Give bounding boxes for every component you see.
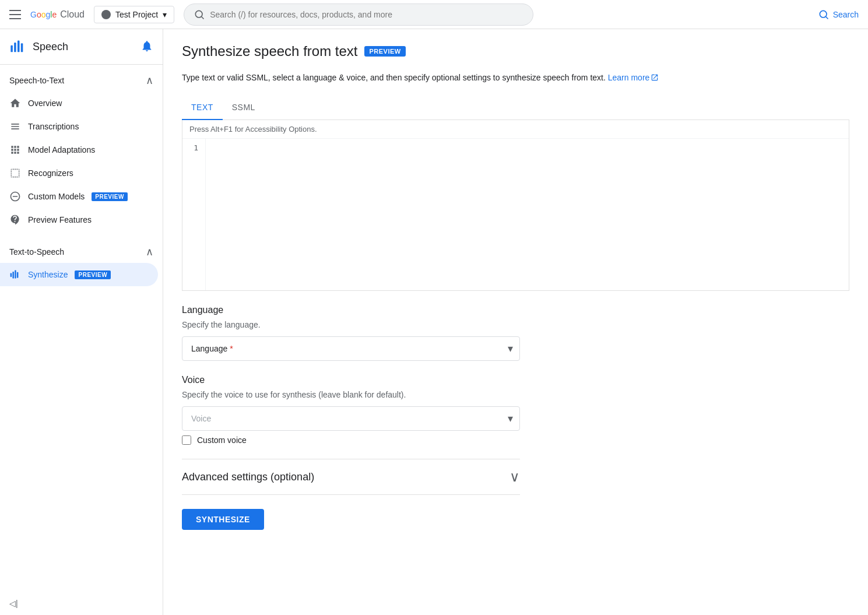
svg-rect-11 [17, 272, 19, 278]
model-adaptations-label: Model Adaptations [28, 145, 95, 154]
tab-text[interactable]: TEXT [182, 96, 223, 120]
sidebar-item-preview-features[interactable]: Preview Features [0, 208, 158, 231]
editor-accessibility-hint: Press Alt+F1 for Accessibility Options. [182, 120, 849, 139]
speech-app-icon [9, 38, 26, 55]
external-link-icon [651, 73, 659, 82]
logo-e: e [52, 10, 57, 19]
text-to-speech-label: Text-to-Speech [9, 247, 64, 256]
svg-point-2 [820, 10, 827, 17]
advanced-settings-title: Advanced settings (optional) [182, 471, 314, 483]
tab-ssml[interactable]: SSML [223, 96, 265, 120]
svg-rect-5 [14, 43, 16, 52]
line-number-1: 1 [189, 143, 198, 152]
top-navigation: Google Cloud Test Project ▾ Search [0, 0, 868, 29]
logo-o1: o [37, 10, 41, 19]
synthesize-label: Synthesize [28, 270, 68, 279]
recognizers-label: Recognizers [28, 168, 73, 178]
advanced-expand-icon: ∨ [509, 469, 520, 485]
speech-to-text-header[interactable]: Speech-to-Text ∧ [0, 69, 163, 92]
synthesize-button[interactable]: SYNTHESIZE [182, 509, 264, 530]
text-to-speech-header[interactable]: Text-to-Speech ∧ [0, 241, 163, 263]
sidebar-item-model-adaptations[interactable]: Model Adaptations [0, 138, 158, 161]
main-layout: Speech Speech-to-Text ∧ Overview Transcr… [0, 29, 868, 615]
language-desc: Specify the language. [182, 320, 520, 329]
voice-desc: Specify the voice to use for synthesis (… [182, 390, 520, 399]
speech-to-text-section: Speech-to-Text ∧ Overview Transcriptions… [0, 65, 163, 236]
custom-models-icon [9, 191, 21, 202]
text-input-area[interactable] [206, 139, 849, 290]
google-cloud-logo[interactable]: Google Cloud [30, 9, 85, 20]
sidebar-header: Speech [0, 29, 163, 65]
line-numbers: 1 [182, 139, 206, 290]
custom-voice-checkbox[interactable] [182, 435, 191, 445]
voice-title: Voice [182, 375, 520, 385]
project-chevron-icon: ▾ [163, 10, 167, 19]
synthesize-icon [9, 269, 21, 280]
svg-point-0 [195, 10, 202, 17]
search-button-label: Search [833, 10, 859, 19]
editor-tabs: TEXT SSML [182, 96, 849, 120]
sidebar-item-custom-models[interactable]: Custom Models PREVIEW [0, 185, 158, 208]
sidebar-item-recognizers[interactable]: Recognizers [0, 161, 158, 185]
sidebar-item-synthesize[interactable]: Synthesize PREVIEW [0, 263, 158, 286]
svg-rect-10 [15, 270, 16, 279]
page-title: Synthesize speech from text [182, 43, 357, 59]
learn-more-link[interactable]: Learn more [608, 71, 659, 84]
svg-line-1 [202, 16, 204, 19]
cloud-text: Cloud [60, 9, 85, 20]
svg-rect-7 [21, 43, 23, 52]
svg-rect-6 [17, 41, 20, 52]
search-btn-icon [818, 9, 830, 20]
custom-voice-label[interactable]: Custom voice [197, 435, 247, 445]
overview-label: Overview [28, 99, 62, 108]
description-text: Type text or valid SSML, select a langua… [182, 73, 606, 82]
svg-rect-9 [12, 272, 14, 279]
voice-select-wrapper: Voice ▾ [182, 406, 520, 431]
sidebar-item-overview[interactable]: Overview [0, 92, 158, 115]
recognizers-icon [9, 167, 21, 179]
learn-more-label: Learn more [608, 71, 650, 84]
logo-g: G [30, 10, 37, 19]
svg-rect-4 [10, 45, 13, 52]
google-text: Google [30, 10, 57, 19]
main-content: Synthesize speech from text PREVIEW Type… [163, 29, 868, 615]
notifications-icon[interactable] [140, 40, 153, 54]
project-name: Test Project [115, 10, 158, 19]
text-to-speech-chevron-icon: ∧ [146, 245, 153, 258]
collapse-icon: ◁| [9, 599, 18, 608]
svg-rect-8 [10, 273, 12, 277]
language-select-wrapper: Language * ▾ [182, 336, 520, 361]
search-button[interactable]: Search [818, 9, 859, 20]
text-to-speech-section: Text-to-Speech ∧ Synthesize PREVIEW [0, 236, 163, 291]
menu-button[interactable] [9, 10, 21, 19]
preview-features-label: Preview Features [28, 215, 92, 224]
preview-features-icon [9, 214, 21, 226]
page-preview-badge: PREVIEW [364, 46, 405, 57]
transcriptions-icon [9, 121, 21, 132]
voice-section: Voice Specify the voice to use for synth… [182, 375, 520, 445]
synthesize-preview-badge: PREVIEW [75, 270, 111, 279]
logo-o2: o [41, 10, 46, 19]
sidebar-title: Speech [33, 41, 68, 53]
model-adaptations-icon [9, 144, 21, 156]
voice-select[interactable] [182, 406, 520, 431]
logo-g2: g [45, 10, 50, 19]
speech-to-text-label: Speech-to-Text [9, 76, 64, 85]
advanced-settings-section[interactable]: Advanced settings (optional) ∨ [182, 459, 520, 495]
search-bar[interactable] [184, 3, 533, 26]
custom-models-preview-badge: PREVIEW [92, 192, 128, 201]
custom-models-label: Custom Models [28, 192, 85, 201]
language-title: Language [182, 305, 520, 315]
language-select[interactable] [182, 336, 520, 361]
search-input[interactable] [210, 10, 523, 19]
sidebar-collapse-button[interactable]: ◁| [0, 592, 163, 615]
project-selector[interactable]: Test Project ▾ [94, 6, 174, 23]
language-section: Language Specify the language. Language … [182, 305, 520, 361]
custom-voice-row: Custom voice [182, 435, 520, 445]
svg-line-3 [825, 16, 828, 19]
search-icon [194, 9, 205, 20]
transcriptions-label: Transcriptions [28, 122, 79, 131]
editor-body: 1 [182, 139, 849, 290]
sidebar: Speech Speech-to-Text ∧ Overview Transcr… [0, 29, 163, 615]
sidebar-item-transcriptions[interactable]: Transcriptions [0, 115, 158, 138]
